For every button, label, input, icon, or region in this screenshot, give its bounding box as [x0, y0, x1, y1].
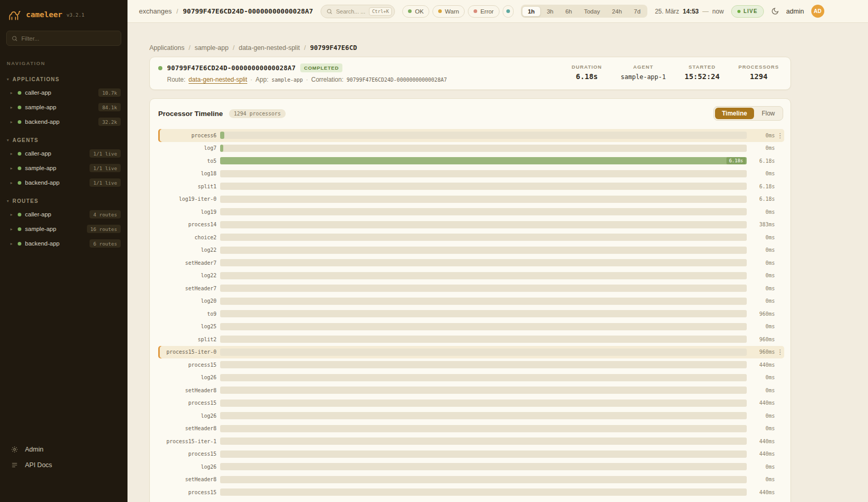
- time-range-7d[interactable]: 7d: [628, 6, 646, 17]
- processor-name: log19-iter-0: [158, 196, 216, 202]
- timeline-row-to9[interactable]: to9960ms⋮: [158, 307, 784, 320]
- timeline-row-process15[interactable]: process15440ms⋮: [158, 358, 784, 371]
- status-filter-chips: OKWarnError: [402, 5, 513, 18]
- filter-chip-warn[interactable]: Warn: [432, 5, 465, 18]
- timeline-row-process15[interactable]: process15440ms⋮: [158, 397, 784, 410]
- exchange-stats: DURATION6.18sAGENTsample-app-1STARTED15:…: [572, 63, 779, 81]
- filter-chip-error[interactable]: Error: [468, 5, 500, 18]
- timeline-row-setHeader8[interactable]: setHeader80ms⋮: [158, 422, 784, 435]
- duration-track: [220, 272, 747, 279]
- duration-track: [220, 425, 747, 432]
- timeline-row-to5[interactable]: to56.18s6.18s⋮: [158, 155, 784, 168]
- app-root: cameleer v3.2.1 NAVIGATION ▾APPLICATIONS…: [0, 0, 868, 502]
- sidebar-item-caller-app[interactable]: ▸caller-app4 routes: [0, 207, 127, 222]
- timeline-row-process15-iter-1[interactable]: process15-iter-1440ms⋮: [158, 435, 784, 448]
- duration-track: [220, 247, 747, 254]
- timeline-row-log22[interactable]: log220ms⋮: [158, 269, 784, 282]
- stat-value: 6.18s: [572, 72, 602, 81]
- timeline-row-setHeader8[interactable]: setHeader80ms⋮: [158, 473, 784, 486]
- kebab-menu-icon[interactable]: ⋮: [776, 132, 784, 139]
- duration-track: [220, 323, 747, 330]
- breadcrumb-90799f47e6cd: 90799F47E6CD: [310, 44, 357, 52]
- sidebar-item-backend-app[interactable]: ▸backend-app1/1 live: [0, 175, 127, 190]
- timeline-row-process6[interactable]: process60ms⋮: [158, 129, 784, 142]
- time-display: 25. März 14:53 — now: [655, 8, 723, 15]
- sidebar-item-sample-app[interactable]: ▸sample-app84.1k: [0, 100, 127, 114]
- breadcrumb-exchanges[interactable]: exchanges: [139, 7, 172, 15]
- sidebar-footer-api-docs[interactable]: API Docs: [0, 457, 127, 473]
- breadcrumb-data-gen-nested-split[interactable]: data-gen-nested-split: [239, 44, 300, 52]
- timeline-row-log19[interactable]: log190ms⋮: [158, 205, 784, 218]
- status-dot: [18, 181, 21, 185]
- chevron-right-icon: ▸: [10, 120, 14, 124]
- timeline-row-setHeader8[interactable]: setHeader80ms⋮: [158, 384, 784, 397]
- view-timeline-button[interactable]: Timeline: [715, 108, 754, 119]
- processor-name: process15-iter-0: [158, 349, 216, 355]
- timeline-row-log26[interactable]: log260ms⋮: [158, 371, 784, 384]
- item-badge: 6 routes: [90, 239, 121, 248]
- duration-track: [220, 170, 747, 177]
- timeline-row-log20[interactable]: log200ms⋮: [158, 295, 784, 308]
- timeline-row-log25[interactable]: log250ms⋮: [158, 320, 784, 333]
- live-badge[interactable]: LIVE: [731, 5, 764, 18]
- processor-name: split2: [158, 337, 216, 342]
- time-text: 14:53: [683, 8, 699, 15]
- route-link[interactable]: data-gen-nested-split: [188, 76, 247, 83]
- duration-track: [220, 221, 747, 228]
- navigation-label: NAVIGATION: [0, 46, 127, 68]
- sidebar-item-sample-app[interactable]: ▸sample-app1/1 live: [0, 161, 127, 175]
- content: Applications/sample-app/data-gen-nested-…: [127, 23, 868, 502]
- timeline-row-process15[interactable]: process15440ms⋮: [158, 448, 784, 461]
- meta-separator: ·: [306, 76, 308, 83]
- time-range-3h[interactable]: 3h: [541, 6, 559, 17]
- kebab-menu-icon[interactable]: ⋮: [776, 348, 784, 356]
- time-range-6h[interactable]: 6h: [559, 6, 578, 17]
- breadcrumb-applications[interactable]: Applications: [149, 44, 184, 52]
- timeline-row-setHeader7[interactable]: setHeader70ms⋮: [158, 256, 784, 269]
- dark-mode-toggle-icon[interactable]: [771, 7, 779, 15]
- timeline-row-setHeader7[interactable]: setHeader70ms⋮: [158, 282, 784, 295]
- section-header-agents[interactable]: ▾AGENTS: [0, 134, 127, 146]
- timeline-row-log7[interactable]: log70ms⋮: [158, 142, 784, 155]
- duration-bar: 6.18s: [220, 157, 747, 164]
- section-header-applications[interactable]: ▾APPLICATIONS: [0, 73, 127, 85]
- status-dot: [18, 213, 21, 216]
- app-version: v3.2.1: [67, 12, 84, 18]
- timeline-row-process15-iter-0[interactable]: process15-iter-0960ms⋮: [158, 346, 784, 359]
- avatar[interactable]: AD: [811, 5, 824, 18]
- timeline-row-process15[interactable]: process15440ms⋮: [158, 486, 784, 499]
- status-dot: [18, 120, 21, 124]
- sidebar-item-backend-app[interactable]: ▸backend-app32.2k: [0, 114, 127, 129]
- breadcrumb-sample-app[interactable]: sample-app: [195, 44, 228, 52]
- view-flow-button[interactable]: Flow: [755, 108, 782, 119]
- time-range-24h[interactable]: 24h: [606, 6, 628, 17]
- exchange-info: 90799F47E6CD24D-00000000000028A7 COMPLET…: [158, 63, 447, 83]
- timeline-row-log18[interactable]: log180ms⋮: [158, 168, 784, 181]
- sidebar-item-backend-app[interactable]: ▸backend-app6 routes: [0, 236, 127, 251]
- section-header-routes[interactable]: ▾ROUTES: [0, 195, 127, 207]
- timeline-row-process14[interactable]: process14383ms⋮: [158, 218, 784, 231]
- filter-chip-ok[interactable]: OK: [402, 5, 429, 18]
- filter-input[interactable]: [21, 35, 116, 42]
- sidebar-item-sample-app[interactable]: ▸sample-app16 routes: [0, 222, 127, 236]
- timeline-row-split1[interactable]: split16.18s⋮: [158, 180, 784, 193]
- item-badge: 84.1k: [98, 103, 121, 111]
- timeline-row-log22[interactable]: log220ms⋮: [158, 244, 784, 257]
- user-name[interactable]: admin: [786, 8, 804, 15]
- timeline-row-log26[interactable]: log260ms⋮: [158, 409, 784, 422]
- time-range-today[interactable]: Today: [578, 6, 606, 17]
- global-search[interactable]: Search... ... Ctrl+K: [321, 5, 395, 18]
- time-range-1h[interactable]: 1h: [522, 6, 540, 17]
- app-logo[interactable]: cameleer v3.2.1: [0, 0, 127, 25]
- sidebar-item-caller-app[interactable]: ▸caller-app1/1 live: [0, 146, 127, 161]
- timeline-row-log19-iter-0[interactable]: log19-iter-06.18s⋮: [158, 193, 784, 206]
- sidebar-item-caller-app[interactable]: ▸caller-app10.7k: [0, 85, 127, 100]
- sidebar-footer-admin[interactable]: Admin: [0, 442, 127, 457]
- breadcrumb-separator: /: [188, 44, 190, 52]
- timeline-row-choice2[interactable]: choice20ms⋮: [158, 231, 784, 244]
- filter-chip-extra[interactable]: [503, 5, 514, 18]
- timeline-row-log26[interactable]: log260ms⋮: [158, 460, 784, 473]
- chip-label: Error: [480, 8, 494, 15]
- duration-track: [220, 196, 747, 203]
- timeline-row-split2[interactable]: split2960ms⋮: [158, 333, 784, 346]
